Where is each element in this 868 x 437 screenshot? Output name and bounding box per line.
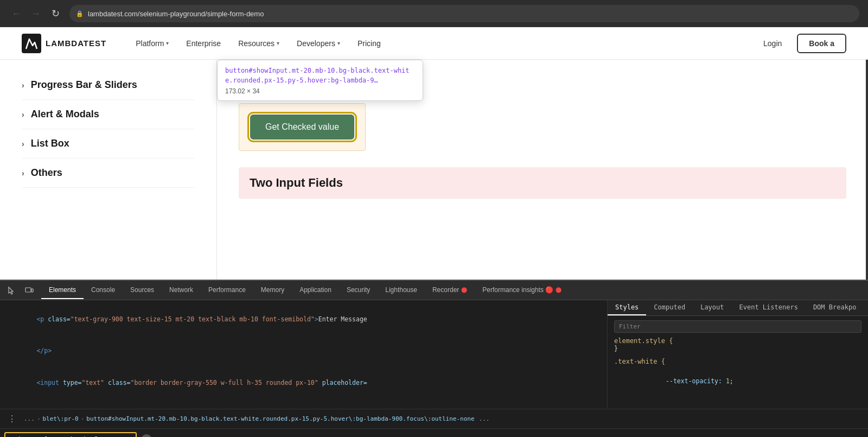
chevron-right-icon: › bbox=[22, 140, 24, 148]
logo-area[interactable]: LAMBDATEST bbox=[22, 34, 106, 53]
nav-pricing[interactable]: Pricing bbox=[350, 35, 388, 52]
get-checked-value-button[interactable]: Get Checked value bbox=[250, 115, 354, 140]
login-button[interactable]: Login bbox=[757, 35, 788, 52]
tab-sources[interactable]: Sources bbox=[123, 282, 162, 299]
browser-chrome: ← → ↻ 🔒 lambdatest.com/selenium-playgrou… bbox=[0, 0, 868, 27]
sidebar-item-alert[interactable]: › Alert & Modals bbox=[22, 100, 195, 129]
search-controls: ✕ 1 of 2 ▲ ▼ bbox=[141, 434, 199, 438]
css-rule-element-style: element.style { } bbox=[614, 337, 861, 352]
css-selector: .text-white { bbox=[614, 358, 665, 365]
tab-security[interactable]: Security bbox=[339, 282, 378, 299]
svg-rect-1 bbox=[25, 288, 31, 292]
reload-button[interactable]: ↻ bbox=[48, 6, 63, 21]
chevron-right-icon: › bbox=[22, 81, 24, 90]
sidebar: › Progress Bar & Sliders › Alert & Modal… bbox=[0, 60, 217, 280]
tab-network[interactable]: Network bbox=[162, 282, 201, 299]
breadcrumb-item[interactable]: blet\:pr-0 bbox=[43, 415, 79, 422]
search-clear-button[interactable]: ✕ bbox=[141, 434, 152, 438]
tab-application[interactable]: Application bbox=[292, 282, 339, 299]
search-prev-button[interactable]: ▲ bbox=[173, 434, 184, 438]
highlighted-button-area: Get Checked value bbox=[239, 103, 366, 151]
search-bar: ✕ 1 of 2 ▲ ▼ Cancel bbox=[0, 428, 868, 437]
back-button[interactable]: ← bbox=[9, 6, 24, 21]
nav-menu: Platform ▾ Enterprise Resources ▾ Develo… bbox=[128, 35, 757, 52]
nav-platform[interactable]: Platform ▾ bbox=[128, 35, 176, 52]
tab-recorder[interactable]: Recorder ⬤ bbox=[425, 282, 475, 299]
nav-resources[interactable]: Resources ▾ bbox=[231, 35, 287, 52]
recorder-badge-icon: ⬤ bbox=[461, 287, 467, 293]
tooltip-dimensions: 173.02 × 34 bbox=[225, 87, 415, 95]
sidebar-item-label: List Box bbox=[31, 138, 69, 149]
site-header: LAMBDATEST Platform ▾ Enterprise Resourc… bbox=[0, 27, 868, 60]
navigation-buttons: ← → ↻ bbox=[9, 6, 63, 21]
developers-chevron-icon: ▾ bbox=[337, 40, 340, 46]
lambdatest-logo-icon bbox=[22, 34, 41, 53]
styles-filter: Filter bbox=[614, 320, 861, 333]
elements-panel: <p class="text-gray-900 text-size-15 mt-… bbox=[0, 300, 608, 409]
breadcrumb-ellipsis: ... bbox=[24, 415, 35, 422]
style-tab-layout[interactable]: Layout bbox=[693, 300, 731, 315]
nav-enterprise[interactable]: Enterprise bbox=[178, 35, 228, 52]
devtools-tab-bar: Elements Console Sources Network Perform… bbox=[0, 281, 868, 300]
main-content: button#showInput.mt-20.mb-10.bg-black.te… bbox=[217, 60, 868, 280]
chevron-right-icon: › bbox=[22, 110, 24, 119]
css-property: --text-opacity: 1; bbox=[614, 365, 861, 397]
forward-button[interactable]: → bbox=[28, 6, 43, 21]
tab-lighthouse[interactable]: Lighthouse bbox=[378, 282, 425, 299]
sidebar-item-listbox[interactable]: › List Box bbox=[22, 129, 195, 159]
tab-elements[interactable]: Elements bbox=[41, 282, 84, 299]
code-line: <p class="text-gray-900 text-size-15 mt-… bbox=[4, 303, 603, 335]
header-actions: Login Book a bbox=[757, 34, 846, 53]
perf-insights-badge-icon: ⬤ bbox=[556, 287, 561, 293]
styles-tab-bar: Styles Computed Layout Event Listeners D… bbox=[608, 300, 868, 316]
svg-rect-2 bbox=[31, 289, 33, 292]
search-input[interactable] bbox=[5, 433, 136, 437]
code-line: "Please enter your Message" id="user-mes… bbox=[4, 399, 603, 409]
platform-chevron-icon: ▾ bbox=[166, 40, 169, 46]
sidebar-item-others[interactable]: › Others bbox=[22, 159, 195, 188]
tab-performance[interactable]: Performance bbox=[201, 282, 253, 299]
address-bar[interactable]: 🔒 lambdatest.com/selenium-playground/sim… bbox=[69, 5, 859, 22]
button-section: Get Checked value bbox=[239, 103, 846, 151]
styles-content: Filter element.style { } .text-white { -… bbox=[608, 316, 868, 409]
performance-insights-label: Performance insights 🔴 bbox=[482, 286, 553, 294]
element-inspector-tooltip: button#showInput.mt-20.mb-10.bg-black.te… bbox=[217, 60, 423, 101]
tab-console[interactable]: Console bbox=[84, 282, 123, 299]
book-button[interactable]: Book a bbox=[797, 34, 846, 53]
element-picker-icon[interactable] bbox=[4, 283, 20, 298]
vertical-divider bbox=[866, 60, 868, 280]
nav-developers[interactable]: Developers ▾ bbox=[289, 35, 348, 52]
css-rule-text-white: .text-white { --text-opacity: 1; color: … bbox=[614, 358, 861, 409]
devtools-toolbar-icons bbox=[4, 283, 37, 298]
sidebar-item-label: Others bbox=[31, 167, 62, 179]
two-input-section: Two Input Fields bbox=[239, 156, 846, 210]
menu-dots-icon[interactable]: ⋮ bbox=[4, 411, 20, 426]
breadcrumb: ... › blet\:pr-0 › button#showInput.mt-2… bbox=[22, 415, 864, 422]
breadcrumb-item-button[interactable]: button#showInput.mt-20.mb-10.bg-black.te… bbox=[86, 415, 474, 422]
chevron-right-icon: › bbox=[22, 169, 24, 178]
search-input-container bbox=[4, 432, 137, 437]
style-tab-computed[interactable]: Computed bbox=[646, 300, 693, 315]
tab-performance-insights[interactable]: Performance insights 🔴 ⬤ bbox=[475, 282, 569, 299]
devtools-panel: Elements Console Sources Network Perform… bbox=[0, 280, 868, 437]
device-toggle-icon[interactable] bbox=[22, 283, 37, 298]
style-tab-dom-breakpoints[interactable]: DOM Breakpo bbox=[806, 300, 864, 315]
tooltip-selector-text: button#showInput.mt-20.mb-10.bg-black.te… bbox=[225, 66, 415, 85]
two-input-fields-title: Two Input Fields bbox=[239, 167, 846, 199]
devtools-breadcrumb-bar: ⋮ ... › blet\:pr-0 › button#showInput.mt… bbox=[0, 409, 868, 428]
style-tab-event-listeners[interactable]: Event Listeners bbox=[732, 300, 806, 315]
devtools-body: <p class="text-gray-900 text-size-15 mt-… bbox=[0, 300, 868, 409]
logo-text: LAMBDATEST bbox=[46, 39, 106, 48]
style-tab-styles[interactable]: Styles bbox=[608, 300, 646, 315]
code-line: <input type="text" class="border border-… bbox=[4, 367, 603, 399]
search-cancel-button[interactable]: Cancel bbox=[203, 434, 232, 438]
code-line: </p> bbox=[4, 335, 603, 368]
sidebar-item-label: Progress Bar & Sliders bbox=[31, 79, 137, 91]
sidebar-item-label: Alert & Modals bbox=[31, 109, 99, 120]
search-next-button[interactable]: ▼ bbox=[187, 434, 199, 438]
sidebar-item-progress[interactable]: › Progress Bar & Sliders bbox=[22, 71, 195, 100]
css-selector: element.style { bbox=[614, 337, 673, 345]
tab-memory[interactable]: Memory bbox=[253, 282, 292, 299]
address-text: lambdatest.com/selenium-playground/simpl… bbox=[88, 10, 264, 18]
page-body: › Progress Bar & Sliders › Alert & Modal… bbox=[0, 60, 868, 280]
